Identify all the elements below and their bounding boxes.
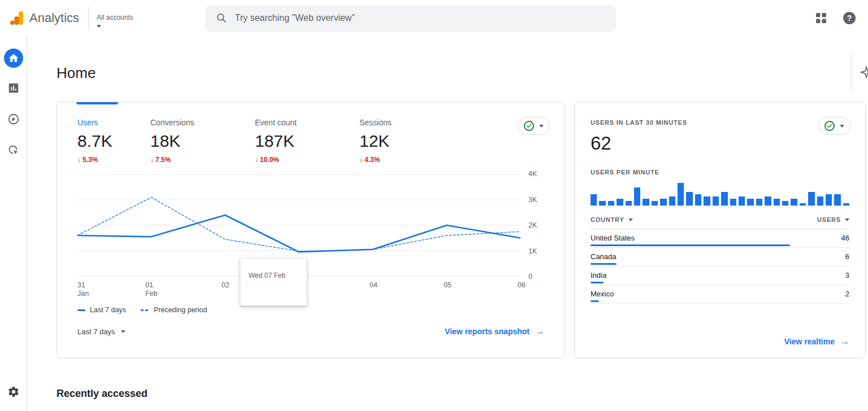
metric-delta: ↓ 5.3% [77,156,150,164]
chevron-down-icon [539,125,544,128]
minute-bar [826,194,832,206]
minute-bar [704,196,710,206]
metric-delta: ↓ 10.0% [255,156,359,164]
tooltip-date: Wed 07 Feb [249,272,285,279]
metric-value: 187K [255,132,359,151]
y-tick-label: 0 [528,273,532,281]
minute-bar [713,196,719,206]
page-title: Home [57,64,868,82]
country-bar [591,282,604,283]
main-content: Home Users 8.7K ↓ [27,36,868,411]
minute-bar [730,199,736,206]
data-quality-dropdown[interactable] [818,117,850,135]
minute-bar [669,196,675,206]
realtime-title: USERS IN LAST 30 MINUTES [591,119,849,126]
legend-item: Preceding period [141,306,207,314]
y-tick-label: 1K [528,247,537,255]
help-icon[interactable]: ? [843,12,856,24]
minute-bar [626,201,632,206]
users-trend-chart: 4K3K2K1K0 31Jan01Feb0203040506 Wed 07 Fe… [77,174,544,303]
minute-bar [756,199,762,206]
minute-bar [591,194,597,206]
legend-item: Last 7 days [77,306,126,314]
down-arrow-icon: ↓ [255,156,258,164]
minute-bar [817,196,823,206]
advertising-target-icon [7,144,20,156]
minute-bar [643,199,649,206]
nav-reports[interactable] [7,81,20,95]
metric-label: Event count [255,118,359,127]
topbar-actions: ? [816,12,868,24]
home-logo-link[interactable]: Analytics [0,11,79,25]
metric-value: 18K [150,132,255,151]
country-row: India 3 [591,266,849,285]
minute-bar [721,192,727,206]
minute-bar [834,194,840,206]
topbar-divider [88,6,89,30]
metric-delta: ↓ 4.3% [359,156,392,164]
apps-grid-icon[interactable] [816,13,826,23]
explore-compass-icon [7,113,20,125]
minute-bar [634,187,640,206]
recently-accessed-title: Recently accessed [57,388,868,400]
nav-admin-settings[interactable] [7,385,20,399]
search-bar[interactable]: Try searching "Web overview" [206,5,616,32]
minute-bar [608,201,614,206]
country-row: Mexico 2 [591,285,849,304]
gear-icon [7,386,20,398]
country-bar [591,244,790,246]
metric-tab-sessions[interactable]: Sessions 12K ↓ 4.3% [359,118,392,164]
country-column-header[interactable]: COUNTRY [591,216,633,223]
metric-tab-conversions[interactable]: Conversions 18K ↓ 7.5% [150,118,255,164]
country-name: India [591,271,606,279]
nav-advertising[interactable] [7,143,20,157]
insights-panel-toggle[interactable] [851,54,868,90]
down-arrow-icon: ↓ [77,156,81,164]
metric-tab-users[interactable]: Users 8.7K ↓ 5.3% [77,118,150,164]
chevron-down-icon [628,218,633,221]
analytics-app: Analytics All accounts Try searching "We… [0,0,868,411]
metric-value: 8.7K [77,132,150,151]
metric-delta: ↓ 7.5% [150,156,255,164]
minute-bar [678,183,684,206]
country-name: United States [591,234,635,242]
home-overview-card: Users 8.7K ↓ 5.3% Conversions 18K ↓ [57,102,565,358]
metric-label: Sessions [359,118,392,127]
y-tick-label: 2K [528,221,537,229]
minute-bar [791,199,797,206]
country-users: 6 [845,252,849,261]
account-switcher-label: All accounts [97,14,133,21]
minute-bar [695,194,701,206]
minute-bar [808,192,814,206]
chevron-down-icon [121,330,125,333]
data-quality-dropdown[interactable] [518,117,550,135]
insights-sparkle-icon [860,66,868,78]
y-tick-label: 4K [528,170,537,178]
metric-tabs: Users 8.7K ↓ 5.3% Conversions 18K ↓ [77,118,544,164]
nav-home[interactable] [4,49,23,68]
date-range-selector[interactable]: Last 7 days [77,327,125,336]
down-arrow-icon: ↓ [359,156,363,164]
minute-bar [652,201,658,206]
account-switcher[interactable]: All accounts [97,9,133,28]
minute-bar [739,196,745,206]
dashed-line-swatch [141,309,149,311]
users-per-minute-label: USERS PER MINUTE [591,169,849,176]
metric-tab-event-count[interactable]: Event count 187K ↓ 10.0% [255,118,359,164]
country-users: 2 [845,290,849,298]
metric-label: Users [77,118,150,127]
chevron-down-icon [840,125,844,128]
view-reports-snapshot-link[interactable]: View reports snapshot → [445,326,544,336]
users-column-header[interactable]: USERS [817,216,849,223]
chart-tooltip: Wed 07 Feb [240,259,307,306]
country-row: United States 46 [591,229,849,248]
realtime-card: USERS IN LAST 30 MINUTES 62 USERS PER MI… [574,102,866,358]
view-realtime-link[interactable]: View realtime → [784,336,849,347]
nav-explore[interactable] [7,112,20,126]
y-axis-labels: 4K3K2K1K0 [520,174,544,277]
users-per-minute-chart [591,181,849,206]
y-tick-label: 3K [528,196,537,204]
country-bar [591,300,599,302]
check-circle-icon [524,121,534,131]
minute-bar [843,203,849,206]
